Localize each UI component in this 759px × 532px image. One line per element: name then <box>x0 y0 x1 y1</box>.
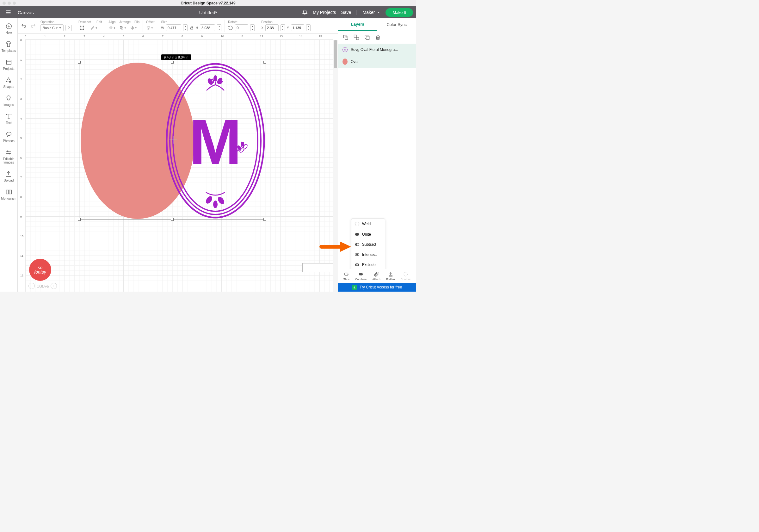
ruler-tick: 4 <box>103 35 105 38</box>
sidebar-item-images[interactable]: Images <box>4 95 14 106</box>
combine-unite[interactable]: Unite <box>351 229 385 239</box>
sidebar-item-templates[interactable]: Templates <box>2 41 16 53</box>
svg-point-66 <box>356 264 359 266</box>
operation-help[interactable]: ? <box>65 25 72 31</box>
action-contour: Contour <box>401 271 411 281</box>
try-access-bar[interactable]: a Try Cricut Access for free <box>338 283 416 292</box>
svg-rect-17 <box>6 190 8 194</box>
tab-layers[interactable]: Layers <box>338 18 377 31</box>
combine-intersect[interactable]: Intersect <box>351 250 385 260</box>
lock-icon[interactable] <box>189 25 194 30</box>
align-arrange-flip-group: AlignArrangeFlip ▼ ▼ ▼ <box>108 20 143 32</box>
machine-dropdown[interactable]: Maker <box>362 10 380 15</box>
redo-icon[interactable] <box>30 23 36 29</box>
y-input[interactable] <box>291 24 304 31</box>
sidebar-item-upload[interactable]: Upload <box>4 171 14 182</box>
deselect-button[interactable] <box>78 24 85 31</box>
empty-input[interactable] <box>302 263 333 272</box>
rotate-input[interactable] <box>235 24 248 31</box>
svg-point-28 <box>147 26 150 29</box>
undo-icon[interactable] <box>21 23 26 29</box>
width-stepper[interactable]: ▲▼ <box>183 24 187 31</box>
make-it-button[interactable]: Make It <box>385 8 413 17</box>
zoom-out-button[interactable]: − <box>28 283 35 289</box>
y-stepper[interactable]: ▲▼ <box>306 24 310 31</box>
zoom-in-button[interactable]: + <box>51 283 57 289</box>
canvas-area[interactable]: 0123456789101112131415 0123456789101112 … <box>18 33 338 292</box>
sidebar-item-editable-images[interactable]: Editable Images <box>3 149 14 164</box>
ruler-tick: 11 <box>240 35 244 38</box>
action-slice[interactable]: Slice <box>343 271 349 281</box>
height-input[interactable] <box>200 24 215 31</box>
group-icon[interactable] <box>342 34 349 40</box>
sidebar-item-shapes[interactable]: Shapes <box>4 77 14 89</box>
layer-row-monogram[interactable]: M Sovg Oval Floral Monogra... <box>338 44 416 55</box>
my-projects-link[interactable]: My Projects <box>313 10 336 15</box>
upload-icon <box>5 171 12 178</box>
arrange-button[interactable]: ▼ <box>119 24 126 31</box>
offset-group: Offset ▼ <box>146 20 158 32</box>
align-button[interactable]: ▼ <box>108 24 115 31</box>
sidebar-label: Monogram <box>1 197 17 200</box>
height-stepper[interactable]: ▲▼ <box>217 24 221 31</box>
operation-select[interactable]: Basic Cut▼ <box>40 24 63 31</box>
sidebar-label: Projects <box>3 67 14 70</box>
duplicate-icon[interactable] <box>364 34 370 40</box>
edit-label: Edit <box>97 20 102 24</box>
svg-point-72 <box>404 272 408 276</box>
menu-button[interactable] <box>0 9 17 16</box>
save-link[interactable]: Save <box>341 10 351 15</box>
layer-row-oval[interactable]: Oval <box>338 55 416 68</box>
action-attach[interactable]: Attach <box>372 271 380 281</box>
width-input[interactable] <box>166 24 181 31</box>
plus-circle-icon <box>5 23 12 30</box>
svg-point-52 <box>356 233 359 236</box>
combine-exclude[interactable]: Exclude <box>351 260 385 270</box>
vertical-scrollbar[interactable] <box>333 40 338 292</box>
ruler-tick: 11 <box>20 254 23 258</box>
sidebar-item-text[interactable]: Text <box>5 113 12 125</box>
resize-handle-nw[interactable] <box>78 61 81 63</box>
svg-point-21 <box>83 26 84 26</box>
y-label: Y <box>287 26 289 30</box>
action-flatten[interactable]: Flatten <box>386 271 395 281</box>
document-title[interactable]: Untitled* <box>199 10 217 15</box>
combine-weld[interactable]: Weld <box>351 219 385 229</box>
sidebar-item-monogram[interactable]: Monogram <box>1 188 17 200</box>
rotate-icon[interactable] <box>228 25 233 30</box>
resize-handle-sw[interactable] <box>78 218 81 221</box>
zoom-controls: − 100% + <box>28 283 57 289</box>
ruler-tick: 12 <box>260 35 263 38</box>
ruler-tick: 0 <box>25 35 26 38</box>
offset-button[interactable]: ▼ <box>146 24 153 31</box>
svg-rect-49 <box>356 37 359 40</box>
lightbulb-icon <box>5 95 12 102</box>
edit-button[interactable]: ▼ <box>91 24 98 31</box>
x-input[interactable] <box>265 24 279 31</box>
monogram-shape[interactable]: M <box>165 62 265 219</box>
shapes-icon <box>5 77 12 84</box>
minimize-window-icon[interactable] <box>8 2 11 5</box>
sidebar-item-projects[interactable]: Projects <box>3 59 14 70</box>
svg-marker-68 <box>340 242 351 252</box>
delete-icon[interactable] <box>375 34 381 40</box>
notifications-icon[interactable] <box>302 10 308 15</box>
close-window-icon[interactable] <box>3 2 6 5</box>
sidebar-item-phrases[interactable]: Phrases <box>3 131 15 143</box>
canvas-label: Canvas <box>18 10 34 15</box>
combine-subtract[interactable]: Subtract <box>351 239 385 250</box>
action-combine[interactable]: Combine <box>355 271 367 281</box>
ungroup-icon[interactable] <box>353 34 360 40</box>
canvas-grid[interactable]: 9.48 in x 8.04 in <box>25 40 333 292</box>
layer-name: Sovg Oval Floral Monogra... <box>351 47 398 52</box>
svg-rect-48 <box>354 35 357 38</box>
slice-icon <box>343 271 349 277</box>
scrollbar-thumb[interactable] <box>334 40 337 68</box>
sidebar-item-new[interactable]: New <box>5 23 12 34</box>
rotate-stepper[interactable]: ▲▼ <box>250 24 255 31</box>
maximize-window-icon[interactable] <box>13 2 16 5</box>
flip-button[interactable]: ▼ <box>130 24 137 31</box>
x-stepper[interactable]: ▲▼ <box>281 24 285 31</box>
tab-color-sync[interactable]: Color Sync <box>377 18 417 31</box>
ruler-tick: 10 <box>221 35 224 38</box>
